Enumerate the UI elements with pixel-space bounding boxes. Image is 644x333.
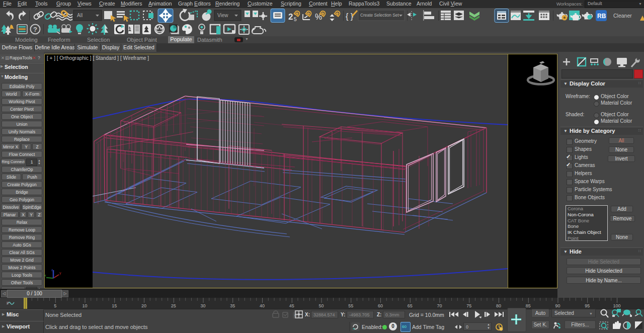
svg-text:40: 40 xyxy=(260,303,265,308)
svg-text:x: x xyxy=(44,274,46,277)
svg-text:65: 65 xyxy=(408,303,413,308)
svg-text:5: 5 xyxy=(294,17,297,22)
svg-text:25: 25 xyxy=(171,303,176,308)
svg-text:z: z xyxy=(51,268,53,272)
svg-text:20: 20 xyxy=(141,303,146,308)
svg-text:%: % xyxy=(315,13,322,21)
svg-text:90: 90 xyxy=(555,303,560,308)
svg-text:70: 70 xyxy=(437,303,442,308)
svg-text:15: 15 xyxy=(112,303,117,308)
svg-text:View: View xyxy=(217,13,228,18)
svg-text:10: 10 xyxy=(82,303,87,308)
svg-text:45: 45 xyxy=(289,303,294,308)
svg-text:55: 55 xyxy=(348,303,353,308)
svg-text:?: ? xyxy=(33,26,37,33)
svg-text:95: 95 xyxy=(585,303,590,308)
svg-text:60: 60 xyxy=(402,324,407,329)
svg-text:RB: RB xyxy=(597,13,606,20)
svg-text:Create Selection Set: Create Selection Set xyxy=(360,13,399,18)
svg-text:Cleaner: Cleaner xyxy=(613,13,632,19)
svg-text:5: 5 xyxy=(54,303,56,308)
svg-text:60: 60 xyxy=(378,303,383,308)
svg-text:y: y xyxy=(59,271,61,275)
svg-text:30: 30 xyxy=(200,303,205,308)
svg-text:All: All xyxy=(77,13,83,18)
svg-text:50: 50 xyxy=(318,303,324,308)
svg-text:85: 85 xyxy=(526,303,531,308)
svg-text:{ }: { } xyxy=(346,12,354,21)
svg-text:35: 35 xyxy=(230,303,235,308)
svg-text:2: 2 xyxy=(288,12,293,22)
